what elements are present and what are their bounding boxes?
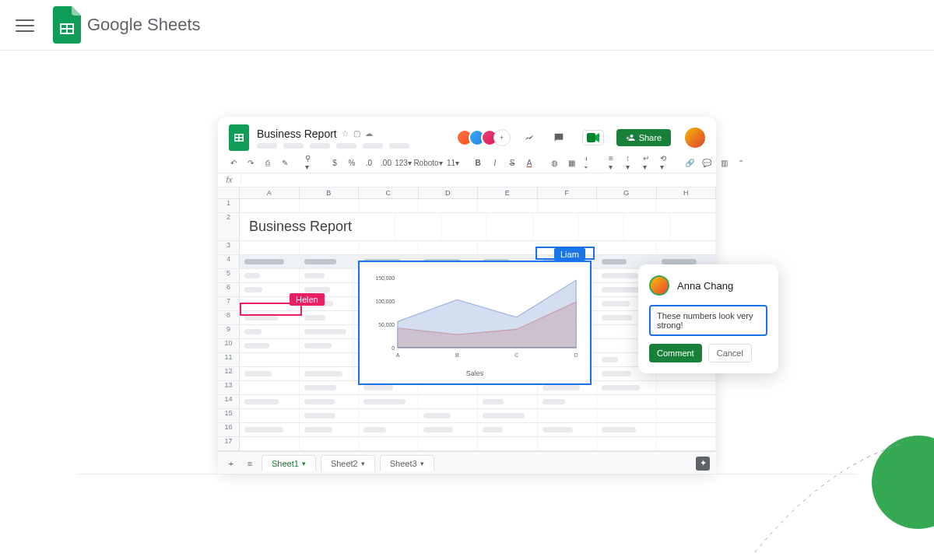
row-header[interactable]: 14 [218,395,240,408]
account-avatar[interactable] [685,128,705,148]
cell[interactable] [300,381,360,394]
row-header[interactable]: 10 [218,339,240,352]
row-header[interactable]: 9 [218,325,240,338]
comment-cancel-button[interactable]: Cancel [708,344,752,362]
cell[interactable] [419,409,479,422]
cell[interactable] [359,409,419,422]
col-header[interactable]: E [478,187,538,198]
cell[interactable] [657,409,717,422]
row[interactable]: 1 [218,199,716,213]
row-header[interactable]: 1 [218,199,240,212]
menu-icon[interactable] [16,16,34,34]
cell[interactable] [624,213,670,240]
meet-button[interactable] [582,130,604,145]
sheet-tab[interactable]: Sheet3▾ [380,455,434,471]
cell[interactable] [657,381,717,394]
number-format-dropdown[interactable]: 123 ▾ [399,157,408,168]
cell[interactable] [300,199,360,212]
cell[interactable] [657,199,717,212]
cell[interactable] [240,199,300,212]
wrap-icon[interactable]: ↵ ▾ [643,157,652,168]
cell[interactable] [240,381,300,394]
cell[interactable] [538,409,598,422]
add-sheet-button[interactable]: + [224,459,238,468]
history-icon[interactable] [523,131,535,144]
row-header[interactable]: 5 [218,269,240,282]
col-header[interactable]: B [300,187,360,198]
cell[interactable] [597,409,657,422]
col-header[interactable]: G [597,187,657,198]
link-icon[interactable]: 🔗 [685,157,694,168]
cell[interactable] [240,353,300,366]
row-header[interactable]: 12 [218,367,240,380]
doc-sheets-icon[interactable] [229,124,249,151]
formula-bar[interactable]: fx [218,173,716,187]
row-header[interactable]: 13 [218,381,240,394]
collaborator-avatars[interactable]: + [461,129,511,146]
cell[interactable] [359,437,419,450]
text-color-icon[interactable]: A [525,157,534,168]
cell[interactable] [240,423,300,436]
product-logo[interactable]: Google Sheets [53,6,201,44]
strike-icon[interactable]: S [507,157,517,168]
cell[interactable] [300,269,360,282]
undo-icon[interactable]: ↶ [229,157,238,168]
cell[interactable] [300,311,360,324]
cell[interactable] [597,241,657,254]
cell[interactable] [240,437,300,450]
cell[interactable] [359,395,419,408]
cell[interactable] [240,255,300,268]
menu-bar[interactable] [257,143,409,149]
cell[interactable] [240,269,300,282]
cell[interactable] [300,367,360,380]
explore-button[interactable]: ✦ [696,457,710,471]
insert-chart-icon[interactable]: ▥ [719,157,729,168]
cell[interactable] [670,213,716,240]
print-icon[interactable]: ⎙ [263,157,272,168]
cell[interactable] [359,199,419,212]
cell[interactable] [597,199,657,212]
cell[interactable] [657,423,717,436]
cell[interactable] [300,423,360,436]
row-header[interactable]: 15 [218,409,240,422]
sheet-tab[interactable]: Sheet2▾ [321,455,375,471]
row[interactable]: 17 [218,437,716,451]
comment-history-icon[interactable] [553,131,565,144]
row-header[interactable]: 11 [218,353,240,366]
cell[interactable] [300,409,360,422]
cell[interactable] [597,381,657,394]
embedded-chart[interactable]: 050,000100,000150,000ABCD Sales [358,261,592,385]
cell[interactable] [300,353,360,366]
cell[interactable] [478,437,538,450]
cell[interactable] [395,213,441,240]
cell[interactable] [419,395,479,408]
cell[interactable] [240,367,300,380]
sheet-tab[interactable]: Sheet1▾ [262,455,316,471]
add-comment-icon[interactable]: 💬 [702,157,711,168]
redo-icon[interactable]: ↷ [246,157,255,168]
row-header[interactable]: 6 [218,283,240,296]
comment-submit-button[interactable]: Comment [649,344,702,362]
row-header[interactable]: 16 [218,423,240,436]
share-button[interactable]: Share [616,129,671,146]
cell[interactable] [533,213,579,240]
cell[interactable] [300,437,360,450]
row[interactable]: 16 [218,423,716,437]
paint-format-icon[interactable]: ✎ [280,157,290,168]
cell[interactable] [597,423,657,436]
cell[interactable] [657,437,717,450]
cell[interactable] [657,241,717,254]
increase-decimal-icon[interactable]: .00 [381,157,391,168]
cell[interactable] [240,409,300,422]
italic-icon[interactable]: I [490,157,500,168]
cell[interactable] [300,395,360,408]
row-header[interactable]: 17 [218,437,240,450]
cell[interactable] [359,241,419,254]
decrease-decimal-icon[interactable]: .0 [364,157,374,168]
cell[interactable] [359,423,419,436]
fill-color-icon[interactable]: ◍ [550,157,559,168]
cell[interactable] [240,325,300,338]
halign-icon[interactable]: ≡ ▾ [609,157,618,168]
cell[interactable]: Business Report [240,213,395,240]
cell[interactable] [478,409,538,422]
